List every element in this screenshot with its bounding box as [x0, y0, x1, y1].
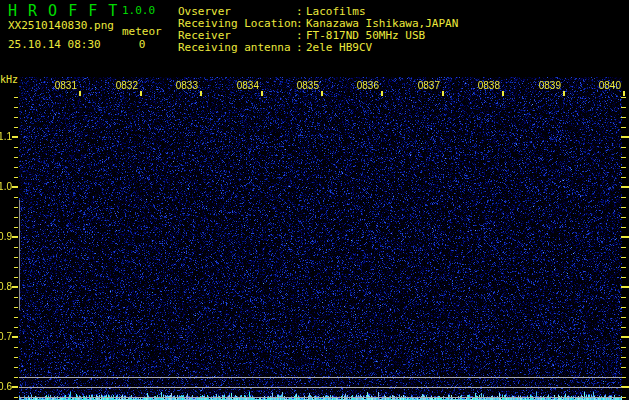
freq-minor-tick-left [14, 207, 18, 208]
freq-minor-tick-right [621, 157, 626, 158]
freq-minor-tick-left [14, 277, 18, 278]
time-tick-label: 0837 [414, 80, 440, 91]
freq-minor-tick-left [14, 177, 18, 178]
freq-minor-tick-right [621, 247, 626, 248]
time-tick [261, 91, 263, 96]
freq-minor-tick-left [14, 267, 18, 268]
freq-minor-tick-left [14, 247, 18, 248]
freq-minor-tick-left [14, 147, 18, 148]
output-file-name: XX2510140830.png [8, 19, 114, 32]
info-label: Receiving antenna [178, 41, 291, 54]
freq-minor-tick-left [14, 107, 18, 108]
info-row-antenna: Receiving antenna : 2ele HB9CV [178, 41, 629, 53]
freq-minor-tick-left [14, 197, 18, 198]
freq-major-tick-right [621, 136, 629, 138]
freq-minor-tick-right [621, 217, 626, 218]
freq-major-tick-right [621, 236, 629, 238]
freq-major-tick-right [621, 336, 629, 338]
freq-major-tick-left [12, 336, 18, 338]
freq-minor-tick-right [621, 307, 626, 308]
time-tick [321, 91, 323, 96]
time-tick-label: 0836 [353, 80, 379, 91]
spectrogram-plot: kHz 1.11.00.90.80.70.6083108320833083408… [0, 70, 629, 400]
reference-line [19, 377, 622, 378]
freq-minor-tick-right [621, 117, 626, 118]
app-version: 1.0.0 [122, 4, 155, 17]
freq-minor-tick-left [14, 127, 18, 128]
time-tick [140, 91, 142, 96]
freq-tick-label: 0.8 [0, 281, 12, 292]
observation-datetime: 25.10.14 08:30 [8, 38, 101, 51]
info-row-location: Receiving Location : Kanazawa Ishikawa,J… [178, 17, 629, 29]
freq-minor-tick-left [14, 257, 18, 258]
freq-minor-tick-right [621, 147, 626, 148]
observation-mode-label: meteor [122, 25, 162, 38]
freq-minor-tick-right [621, 227, 626, 228]
freq-minor-tick-left [14, 167, 18, 168]
freq-major-tick-right [621, 286, 629, 288]
freq-minor-tick-right [621, 207, 626, 208]
freq-major-tick-left [12, 386, 18, 388]
freq-minor-tick-right [621, 107, 626, 108]
freq-minor-tick-left [14, 357, 18, 358]
time-tick [79, 91, 81, 96]
freq-minor-tick-left [14, 347, 18, 348]
freq-tick-label: 1.1 [0, 131, 12, 142]
freq-minor-tick-right [621, 367, 626, 368]
freq-tick-label: 0.9 [0, 231, 12, 242]
freq-minor-tick-right [621, 327, 626, 328]
freq-major-tick-right [621, 186, 629, 188]
time-tick-label: 0838 [474, 80, 500, 91]
time-tick-label: 0834 [233, 80, 259, 91]
freq-minor-tick-right [621, 167, 626, 168]
freq-minor-tick-left [14, 367, 18, 368]
freq-minor-tick-right [621, 277, 626, 278]
freq-minor-tick-right [621, 197, 626, 198]
freq-tick-label: 0.7 [0, 331, 12, 342]
freq-minor-tick-left [14, 217, 18, 218]
time-tick [502, 91, 504, 96]
reference-line [19, 387, 622, 388]
time-tick-label: 0832 [112, 80, 138, 91]
freq-minor-tick-left [14, 297, 18, 298]
freq-major-tick-left [12, 236, 18, 238]
freq-minor-tick-right [621, 257, 626, 258]
time-tick [563, 91, 565, 96]
freq-minor-tick-left [14, 97, 18, 98]
freq-major-tick-left [12, 286, 18, 288]
freq-major-tick-left [12, 136, 18, 138]
freq-minor-tick-right [621, 177, 626, 178]
freq-minor-tick-left [14, 397, 18, 398]
freq-minor-tick-right [621, 317, 626, 318]
info-row-receiver: Receiver : FT-817ND 50MHz USB [178, 29, 629, 41]
freq-minor-tick-left [14, 307, 18, 308]
freq-minor-tick-right [621, 347, 626, 348]
time-tick [623, 91, 625, 96]
edge-marker [19, 200, 20, 310]
time-tick-label: 0840 [595, 80, 621, 91]
freq-minor-tick-right [621, 297, 626, 298]
freq-minor-tick-left [14, 227, 18, 228]
info-row-observer: Ovserver : Lacofilms [178, 5, 629, 17]
spectrogram-noise-canvas [19, 77, 622, 400]
time-tick-label: 0831 [51, 80, 77, 91]
time-tick [381, 91, 383, 96]
info-colon: : [296, 41, 303, 54]
hrofft-screenshot: { "app": { "title": "H R O F F T", "vers… [0, 0, 629, 400]
freq-minor-tick-right [621, 267, 626, 268]
time-tick-label: 0835 [293, 80, 319, 91]
freq-minor-tick-left [14, 317, 18, 318]
time-tick [442, 91, 444, 96]
time-tick-label: 0833 [172, 80, 198, 91]
reference-line [19, 397, 622, 398]
freq-minor-tick-left [14, 157, 18, 158]
freq-major-tick-right [621, 386, 629, 388]
freq-minor-tick-right [621, 357, 626, 358]
info-value: 2ele HB9CV [306, 41, 372, 54]
time-tick [200, 91, 202, 96]
time-tick-label: 0839 [535, 80, 561, 91]
meteor-count-value: 0 [134, 38, 150, 51]
freq-major-tick-left [12, 186, 18, 188]
freq-tick-label: 0.6 [0, 381, 12, 392]
freq-minor-tick-left [14, 377, 18, 378]
